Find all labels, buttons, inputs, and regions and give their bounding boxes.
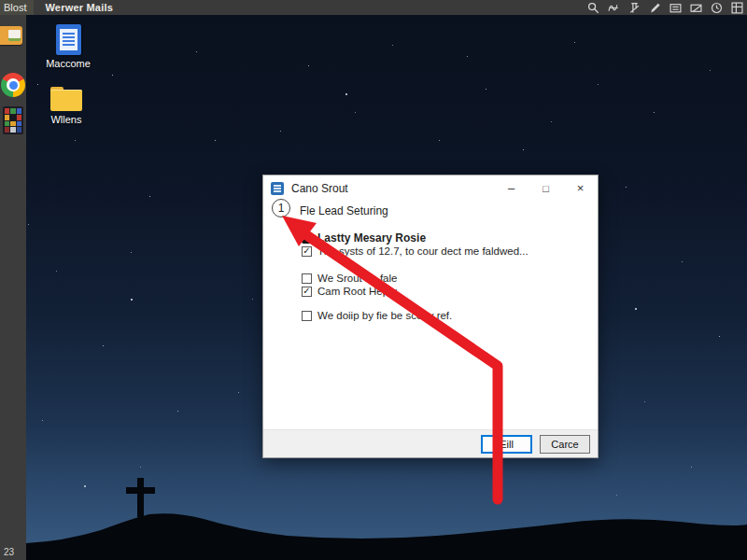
grid-menu-icon[interactable] <box>731 2 743 14</box>
pen-icon[interactable] <box>649 2 661 14</box>
checkbox[interactable] <box>302 311 312 321</box>
activities-menu[interactable]: Blost <box>0 0 34 15</box>
dialog-app-icon <box>271 182 284 195</box>
checkbox[interactable] <box>302 273 312 284</box>
window-controls: – □ × <box>494 175 598 201</box>
list-icon[interactable] <box>669 2 682 14</box>
files-app-icon[interactable] <box>0 26 22 45</box>
mountain-silhouette <box>26 476 747 560</box>
active-app-menu[interactable]: Werwer Mails <box>45 2 113 13</box>
system-tray <box>587 0 743 15</box>
checkbox-label: We Srout ap fale <box>317 273 397 284</box>
checkbox[interactable] <box>302 287 312 297</box>
notes-icon[interactable] <box>628 2 641 14</box>
dialog-window: Cano Srout – □ × 1 Fle Lead Seturing Las… <box>262 175 599 458</box>
checkbox[interactable] <box>302 233 312 244</box>
dialog-title: Cano Srout <box>291 182 348 195</box>
checkbox-label: Lastty Mesary Rosie <box>317 231 426 245</box>
script-icon[interactable] <box>608 2 620 14</box>
checkbox-label: Cam Root Hepty <box>317 286 397 297</box>
desktop-icon-maccome[interactable]: Maccome <box>35 24 101 69</box>
maximize-button[interactable]: □ <box>529 175 563 201</box>
close-button[interactable]: × <box>563 175 598 201</box>
blocks-app-icon[interactable] <box>3 106 23 134</box>
checkbox-label: The systs of 12.7, to cour dect me faldw… <box>317 245 529 257</box>
dialog-footer: Eill Carce <box>263 429 598 457</box>
left-dock: 23 <box>0 15 26 560</box>
desktop-icon-wllens[interactable]: Wllens <box>34 87 99 125</box>
dock-badge: 23 <box>4 547 14 557</box>
display-icon[interactable] <box>690 2 702 14</box>
folder-icon <box>50 87 82 111</box>
cancel-button[interactable]: Carce <box>540 435 590 454</box>
checkbox-row[interactable]: Cam Root Hepty <box>302 286 397 297</box>
checkbox-row[interactable]: We doiip by fie be sceay ref. <box>302 310 452 321</box>
checkbox-label: We doiip by fie be sceay ref. <box>317 310 452 321</box>
chrome-browser-icon[interactable] <box>1 73 25 97</box>
top-menu-bar: Blost Werwer Mails <box>0 0 747 15</box>
step-number-badge: 1 <box>272 199 290 217</box>
desktop-icon-label: Maccome <box>35 58 101 69</box>
search-icon[interactable] <box>587 2 599 14</box>
checkbox-row[interactable]: We Srout ap fale <box>302 273 397 284</box>
desktop-icon-label: Wllens <box>34 114 99 125</box>
stars-decoration <box>26 15 28 17</box>
checkbox[interactable] <box>302 246 312 257</box>
minimize-button[interactable]: – <box>494 175 529 201</box>
dialog-heading: Fle Lead Seturing <box>300 204 388 217</box>
checkbox-row[interactable]: The systs of 12.7, to cour dect me faldw… <box>302 245 529 257</box>
checkbox-row[interactable]: Lastty Mesary Rosie <box>302 231 426 245</box>
clock-icon[interactable] <box>711 2 723 14</box>
primary-button[interactable]: Eill <box>481 435 532 454</box>
dialog-titlebar[interactable]: Cano Srout – □ × <box>263 175 598 201</box>
document-icon <box>56 24 81 55</box>
